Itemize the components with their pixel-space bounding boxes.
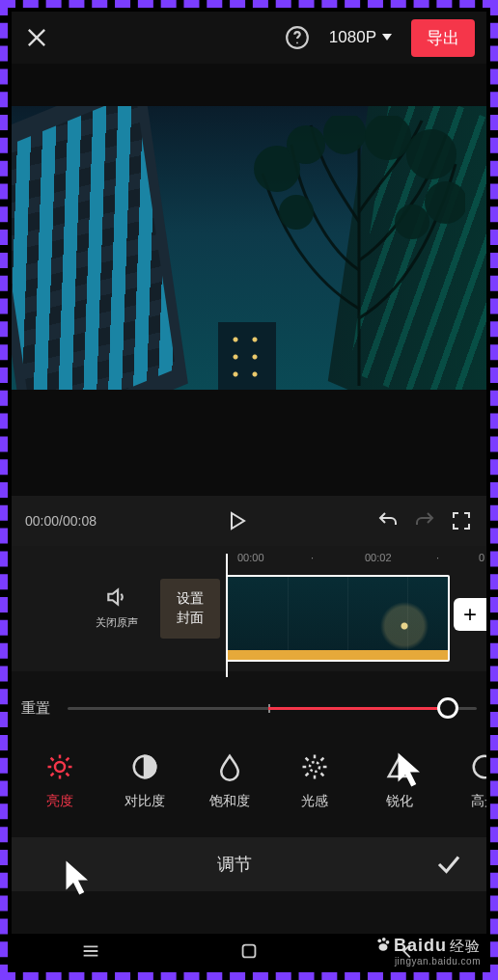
export-button[interactable]: 导出 — [411, 19, 475, 57]
time-ruler: 00:00 · 00:02 · 0 — [12, 550, 486, 571]
adjust-slider-row: 重置 — [12, 696, 486, 720]
tool-brightness[interactable]: 亮度 — [17, 752, 102, 810]
reset-button[interactable]: 重置 — [21, 699, 50, 718]
fullscreen-icon[interactable] — [450, 509, 473, 532]
video-clip[interactable] — [226, 575, 450, 662]
resolution-label: 1080P — [329, 28, 376, 47]
svg-point-4 — [323, 116, 366, 154]
speaker-icon — [104, 585, 129, 610]
video-preview[interactable] — [12, 106, 486, 390]
adjust-tools: 亮度 对比度 饱和度 光感 锐化 — [12, 752, 486, 810]
time-display: 00:00/00:08 — [25, 513, 97, 529]
playback-controls: 00:00/00:08 — [12, 496, 486, 546]
slider-thumb[interactable] — [437, 697, 458, 719]
redo-icon[interactable] — [413, 509, 436, 532]
timeline[interactable]: 00:00 · 00:02 · 0 关闭原声 设置封面 + — [12, 546, 486, 671]
panel-footer: 调节 — [12, 837, 486, 891]
tool-highlight[interactable]: 高光 — [442, 752, 486, 810]
nav-back-icon[interactable] — [397, 940, 418, 962]
tool-contrast[interactable]: 对比度 — [102, 752, 187, 810]
preview-area — [12, 64, 486, 496]
play-icon[interactable] — [225, 509, 248, 532]
svg-point-1 — [296, 42, 298, 44]
resolution-select[interactable]: 1080P — [319, 22, 401, 53]
nav-home-icon[interactable] — [238, 940, 260, 962]
top-bar: 1080P 导出 — [12, 12, 486, 64]
triangle-icon — [385, 752, 414, 781]
tool-saturation[interactable]: 饱和度 — [187, 752, 272, 810]
mute-original-audio[interactable]: 关闭原声 — [83, 585, 151, 630]
audio-track — [228, 650, 448, 660]
tool-sharpen[interactable]: 锐化 — [357, 752, 442, 810]
svg-rect-14 — [243, 945, 256, 958]
svg-point-2 — [254, 146, 300, 192]
close-icon[interactable] — [23, 24, 50, 51]
help-icon[interactable] — [285, 25, 310, 50]
contrast-icon — [130, 752, 159, 781]
tool-light[interactable]: 光感 — [272, 752, 357, 810]
chevron-down-icon — [382, 34, 392, 41]
add-clip-button[interactable]: + — [454, 598, 486, 631]
confirm-icon[interactable] — [434, 850, 463, 879]
light-icon — [300, 752, 329, 781]
droplet-icon — [215, 752, 244, 781]
set-cover-button[interactable]: 设置封面 — [160, 579, 220, 639]
undo-icon[interactable] — [376, 509, 400, 532]
svg-point-3 — [287, 125, 325, 164]
sun-icon — [45, 752, 74, 781]
adjust-slider[interactable] — [68, 696, 477, 720]
svg-point-8 — [279, 195, 314, 230]
nav-recent-icon[interactable] — [80, 940, 101, 962]
circle-icon — [470, 752, 486, 781]
svg-point-13 — [474, 756, 486, 778]
svg-point-10 — [55, 762, 65, 772]
panel-title: 调节 — [35, 853, 434, 876]
mute-label: 关闭原声 — [96, 615, 138, 630]
playhead[interactable] — [226, 554, 228, 677]
android-nav — [12, 934, 486, 968]
svg-point-12 — [310, 762, 319, 772]
